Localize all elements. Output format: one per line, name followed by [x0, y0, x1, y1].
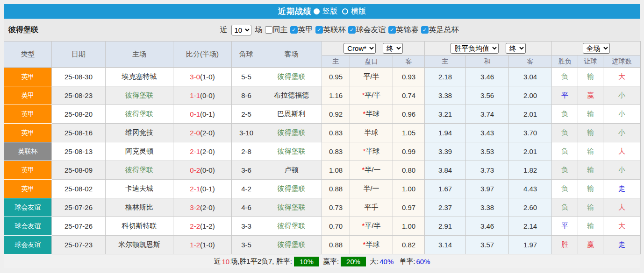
cell-let: 输	[578, 68, 603, 86]
cell-avg-home: 1.67	[425, 180, 466, 198]
cell-avg-draw: 3.46	[466, 217, 509, 236]
score-halftime: (2-0)	[200, 203, 215, 211]
cell-away: 彼得堡联	[261, 198, 322, 217]
cell-goal: 大	[603, 217, 641, 236]
cell-avg-draw: 3.43	[466, 124, 509, 142]
handicap-text: 半/一	[365, 166, 380, 174]
score-halftime: (1-0)	[200, 73, 215, 81]
subheader-handicap-result: 让球	[578, 56, 603, 68]
match-row: 英联杯 25-08-13 阿克灵顿 2-1(2-0) 2-8 彼得堡联 0.83…	[4, 142, 641, 161]
cell-result: 胜	[552, 236, 578, 254]
cell-goal: 小	[603, 86, 641, 105]
score-fulltime: 0-2	[190, 166, 200, 174]
checkbox-checked-icon[interactable]	[388, 26, 396, 34]
cell-score: 2-1(2-0)	[173, 142, 232, 161]
score-halftime: (2-0)	[200, 147, 215, 155]
checkbox-checked-icon[interactable]	[421, 26, 429, 34]
handicap-text: 半球	[365, 110, 379, 118]
cell-corner: 3-10	[232, 124, 261, 142]
cell-avg-away: 2.01	[509, 142, 552, 161]
handicap-text: 半球	[365, 240, 379, 248]
layout-option-horizontal[interactable]: 横版	[342, 7, 366, 16]
cell-corner: 3-5	[232, 236, 261, 254]
competition-filter-yingzuzongbei[interactable]: 英足总杯	[421, 25, 459, 35]
filters: 近 10 场 同主 英甲 英联杯 球会友谊 英锦	[38, 25, 640, 35]
cell-date: 25-08-20	[52, 105, 106, 124]
cell-avg-home: 3.14	[425, 236, 466, 254]
cell-odds-home: 1.08	[322, 161, 350, 180]
cell-date: 25-08-30	[52, 68, 106, 86]
checkbox-unchecked-icon[interactable]	[265, 26, 272, 34]
cell-type: 球会友谊	[4, 236, 52, 254]
cell-corner: 2-5	[232, 105, 261, 124]
cell-handicap: 半/一	[350, 180, 393, 198]
match-row: 英甲 25-08-16 维冈竞技 2-0(2-0) 3-10 彼得堡联 0.83…	[4, 124, 641, 142]
competition-filter-yingjia[interactable]: 英甲	[290, 25, 313, 35]
match-row: 英甲 25-08-30 埃克塞特城 3-0(1-0) 5-5 彼得堡联 0.95…	[4, 68, 641, 86]
recent-count-select[interactable]: 10	[231, 25, 251, 35]
scope-select-group: 全场	[552, 42, 641, 56]
match-row: 英甲 25-08-23 彼得堡联 1-1(0-0) 8-6 布拉德福德 1.16…	[4, 86, 641, 105]
cell-avg-home: 3.21	[425, 105, 466, 124]
radio-selected-icon[interactable]	[314, 8, 320, 14]
cell-avg-away: 1.97	[509, 236, 552, 254]
cell-odds-away: 0.93	[393, 68, 425, 86]
radio-unselected-icon[interactable]	[342, 8, 348, 14]
checkbox-checked-icon[interactable]	[290, 26, 298, 34]
cell-avg-draw: 3.53	[466, 142, 509, 161]
recent-label: 近	[220, 25, 228, 35]
handicap-text: 平/半	[363, 72, 379, 80]
matches-label: 场	[255, 25, 263, 35]
win-rate-badge: 10%	[294, 257, 319, 266]
cell-avg-home: 2.91	[425, 217, 466, 236]
competition-filter-qiuhuiyouyi[interactable]: 球会友谊	[348, 25, 386, 35]
score-fulltime: 1-1	[190, 91, 200, 99]
subheader-result: 胜负	[552, 56, 578, 68]
same-home-filter[interactable]: 同主	[265, 25, 288, 35]
cell-avg-home: 3.38	[425, 86, 466, 105]
score-halftime: (0-1)	[200, 110, 215, 118]
handicap-text: 平手	[365, 203, 379, 211]
single-label: 单率:	[399, 257, 415, 266]
score-fulltime: 2-1	[190, 185, 200, 193]
competition-filter-yingjinsai[interactable]: 英锦赛	[388, 25, 419, 35]
cell-date: 25-07-26	[52, 198, 106, 217]
cell-corner: 4-2	[232, 180, 261, 198]
checkbox-checked-icon[interactable]	[348, 26, 356, 34]
cell-result: 负	[552, 124, 578, 142]
odds-select-group: Crow* 终	[322, 42, 425, 56]
competition-label: 英锦赛	[396, 25, 419, 35]
cell-date: 25-08-23	[52, 86, 106, 105]
cell-avg-home: 1.94	[425, 124, 466, 142]
cell-date: 25-07-26	[52, 217, 106, 236]
cell-handicap: *半球	[350, 105, 393, 124]
header-home: 主场	[106, 42, 173, 68]
competition-label: 球会友谊	[356, 25, 386, 35]
avg-time-select[interactable]: 终	[506, 43, 526, 54]
checkbox-checked-icon[interactable]	[315, 26, 323, 34]
cell-avg-away: 2.14	[509, 217, 552, 236]
scope-select[interactable]: 全场	[583, 43, 610, 54]
cell-away: 巴恩斯利	[261, 105, 322, 124]
cell-away: 彼得堡联	[261, 180, 322, 198]
cell-type: 英甲	[4, 124, 52, 142]
odds-time-select[interactable]: 终	[383, 43, 403, 54]
cell-avg-draw: 3.73	[466, 161, 509, 180]
cell-away: 彼得堡联	[261, 142, 322, 161]
score-fulltime: 3-2	[190, 203, 200, 211]
layout-option-vertical[interactable]: 竖版	[314, 7, 337, 16]
avg-select-group: 胜平负均值 终	[425, 42, 552, 56]
cell-odds-away: 1.00	[393, 217, 425, 236]
cell-score: 2-1(0-1)	[173, 180, 232, 198]
cell-odds-away: 1.05	[393, 124, 425, 142]
avg-metric-select[interactable]: 胜平负均值	[451, 43, 499, 54]
cell-odds-home: 0.95	[322, 68, 350, 86]
cell-home: 阿克灵顿	[106, 142, 173, 161]
cell-score: 0-2(0-0)	[173, 161, 232, 180]
odds-company-select[interactable]: Crow*	[343, 43, 376, 54]
score-halftime: (0-1)	[200, 185, 215, 193]
cell-avg-draw: 3.74	[466, 105, 509, 124]
cell-avg-home: 2.37	[425, 198, 466, 217]
cell-handicap: 半球	[350, 124, 393, 142]
competition-filter-yinglianbei[interactable]: 英联杯	[315, 25, 346, 35]
